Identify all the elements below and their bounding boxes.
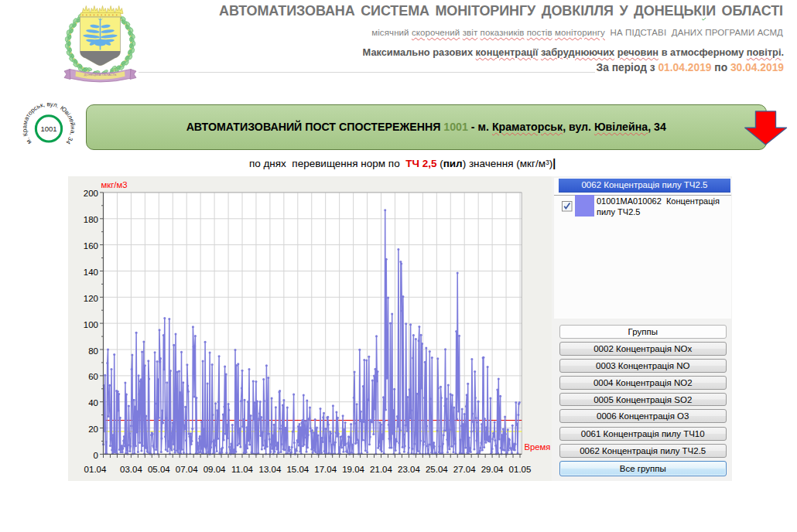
- svg-text:мкг/м3: мкг/м3: [101, 180, 128, 189]
- svg-text:03.04: 03.04: [120, 465, 142, 474]
- svg-text:1001: 1001: [40, 124, 56, 133]
- svg-text:120: 120: [84, 294, 98, 303]
- svg-text:20: 20: [88, 425, 98, 434]
- svg-text:140: 140: [84, 268, 98, 277]
- svg-text:01.05: 01.05: [509, 465, 532, 474]
- svg-text:0: 0: [94, 451, 98, 460]
- svg-text:21.04: 21.04: [370, 465, 392, 474]
- svg-text:100: 100: [84, 320, 98, 329]
- svg-text:25.04: 25.04: [426, 465, 448, 474]
- svg-text:180: 180: [84, 215, 98, 224]
- svg-text:160: 160: [84, 241, 98, 251]
- svg-text:40: 40: [88, 398, 98, 408]
- svg-text:05.04: 05.04: [148, 465, 170, 474]
- svg-text:23.04: 23.04: [398, 465, 420, 474]
- svg-text:80: 80: [88, 346, 98, 356]
- svg-text:ДОНЕЦЬКА ОБЛАСТЬ: ДОНЕЦЬКА ОБЛАСТЬ: [84, 73, 117, 77]
- svg-text:Время: Время: [525, 442, 551, 452]
- svg-text:07.04: 07.04: [176, 465, 198, 474]
- svg-text:27.04: 27.04: [453, 465, 476, 474]
- svg-text:15.04: 15.04: [286, 465, 309, 474]
- svg-text:01.04: 01.04: [84, 465, 107, 474]
- svg-text:11.04: 11.04: [231, 465, 254, 474]
- svg-text:200: 200: [84, 189, 98, 198]
- svg-text:м. Краматорськ, вул. Ювілейна,: м. Краматорськ, вул. Ювілейна, 34: [21, 101, 76, 146]
- svg-text:19.04: 19.04: [342, 465, 364, 474]
- svg-text:17.04: 17.04: [314, 465, 337, 474]
- svg-text:09.04: 09.04: [204, 465, 226, 474]
- svg-text:29.04: 29.04: [481, 465, 504, 474]
- svg-text:13.04: 13.04: [259, 465, 282, 474]
- svg-text:60: 60: [88, 372, 98, 381]
